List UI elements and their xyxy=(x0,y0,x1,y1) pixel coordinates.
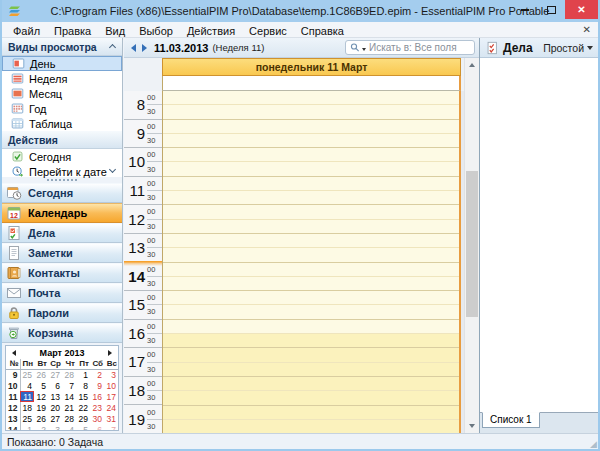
tasks-list-area[interactable] xyxy=(480,58,598,413)
mini-calendar-day[interactable]: 21 xyxy=(62,402,76,413)
mini-calendar-day[interactable]: 8 xyxy=(76,380,90,391)
time-slot[interactable] xyxy=(163,120,459,134)
time-slot[interactable] xyxy=(163,162,459,176)
mini-calendar-day[interactable]: 27 xyxy=(48,369,62,380)
close-button[interactable]: ✕ xyxy=(565,0,598,19)
menu-item-3[interactable]: Выбор xyxy=(132,25,180,37)
mini-calendar-day[interactable]: 16 xyxy=(90,391,104,402)
mini-calendar-day[interactable]: 25 xyxy=(20,413,34,424)
next-month-icon[interactable] xyxy=(108,350,112,356)
view-item-week[interactable]: Неделя xyxy=(2,71,122,86)
nav-item-today[interactable]: Сегодня xyxy=(2,183,122,203)
mini-calendar-day[interactable]: 6 xyxy=(90,424,104,431)
scrollbar-up-button[interactable] xyxy=(465,58,479,72)
menu-item-5[interactable]: Сервис xyxy=(242,25,294,37)
search-options-icon[interactable] xyxy=(362,48,366,51)
mini-calendar-day[interactable]: 31 xyxy=(104,413,118,424)
time-slot[interactable] xyxy=(163,177,459,191)
time-slot[interactable] xyxy=(163,205,459,219)
menu-close-icon[interactable]: ✕ xyxy=(583,24,591,35)
actions-panel-header[interactable]: Действия xyxy=(2,131,122,149)
time-slot[interactable] xyxy=(163,291,459,305)
time-slot[interactable] xyxy=(163,105,459,119)
mini-calendar-day[interactable]: 7 xyxy=(62,380,76,391)
action-item-goto-date[interactable]: Перейти к дате xyxy=(2,164,122,179)
menu-item-2[interactable]: Вид xyxy=(98,25,132,37)
view-item-month[interactable]: Месяц xyxy=(2,86,122,101)
mini-calendar-day[interactable]: 20 xyxy=(48,402,62,413)
mini-calendar-day[interactable]: 17 xyxy=(104,391,118,402)
mini-calendar-day[interactable]: 10 xyxy=(104,380,118,391)
mini-calendar-day[interactable]: 6 xyxy=(48,380,62,391)
mini-calendar-day[interactable]: 5 xyxy=(76,424,90,431)
action-item-today[interactable]: Сегодня xyxy=(2,149,122,164)
tab-list-1[interactable]: Список 1 xyxy=(482,412,540,428)
time-slot[interactable] xyxy=(163,263,459,277)
mini-calendar-day[interactable]: 18 xyxy=(20,402,34,413)
time-slot[interactable] xyxy=(163,406,459,420)
time-slot[interactable] xyxy=(163,248,459,262)
time-slot[interactable] xyxy=(163,134,459,148)
scroll-up-icon[interactable] xyxy=(109,44,116,51)
scrollbar-track[interactable] xyxy=(465,72,479,419)
time-slot[interactable] xyxy=(163,220,459,234)
nav-item-notes[interactable]: Заметки xyxy=(2,243,122,263)
mini-calendar-day[interactable]: 23 xyxy=(90,402,104,413)
mini-calendar-day[interactable]: 25 xyxy=(20,369,34,380)
nav-item-tasks[interactable]: Дела xyxy=(2,223,122,243)
mini-calendar-day[interactable]: 2 xyxy=(34,424,48,431)
time-slot[interactable] xyxy=(163,191,459,205)
nav-item-trash[interactable]: Корзина xyxy=(2,323,122,343)
time-slot[interactable] xyxy=(163,91,459,105)
mini-calendar-day[interactable]: 26 xyxy=(34,369,48,380)
menu-item-4[interactable]: Действия xyxy=(180,25,242,37)
time-slot[interactable] xyxy=(163,391,459,405)
mini-calendar-day[interactable]: 26 xyxy=(34,413,48,424)
prev-day-icon[interactable] xyxy=(131,44,136,52)
time-slot[interactable] xyxy=(163,420,459,433)
mini-calendar-day[interactable]: 15 xyxy=(76,391,90,402)
time-slot[interactable] xyxy=(163,305,459,319)
mini-calendar-day[interactable]: 2 xyxy=(90,369,104,380)
search-input[interactable] xyxy=(369,42,471,53)
menu-item-0[interactable]: Файл xyxy=(6,25,47,37)
mini-calendar-day[interactable]: 30 xyxy=(90,413,104,424)
time-slot[interactable] xyxy=(163,277,459,291)
view-item-day[interactable]: День xyxy=(2,56,122,71)
minimize-button[interactable] xyxy=(511,0,538,19)
time-slot[interactable] xyxy=(163,234,459,248)
calendar-scrollbar[interactable] xyxy=(464,58,479,433)
mini-calendar-day[interactable]: 4 xyxy=(20,380,34,391)
mini-calendar-day[interactable]: 1 xyxy=(76,369,90,380)
mini-calendar-day[interactable]: 3 xyxy=(104,369,118,380)
tasks-view-mode-dropdown[interactable]: Простой xyxy=(543,42,593,54)
prev-month-icon[interactable] xyxy=(12,350,16,356)
nav-item-calendar[interactable]: 12Календарь xyxy=(2,203,122,223)
mini-calendar-day[interactable]: 11 xyxy=(20,391,34,402)
views-panel-header[interactable]: Виды просмотра xyxy=(2,38,122,56)
mini-calendar-day[interactable]: 9 xyxy=(90,380,104,391)
mini-calendar-day[interactable]: 12 xyxy=(34,391,48,402)
mini-calendar-day[interactable]: 28 xyxy=(62,413,76,424)
mini-calendar-day[interactable]: 4 xyxy=(62,424,76,431)
resize-grip[interactable]: ◢ xyxy=(590,439,597,449)
mini-calendar-day[interactable]: 24 xyxy=(104,402,118,413)
mini-calendar-day[interactable]: 22 xyxy=(76,402,90,413)
view-item-year[interactable]: Год xyxy=(2,101,122,116)
time-slot[interactable] xyxy=(163,320,459,334)
scrollbar-thumb[interactable] xyxy=(466,171,478,317)
nav-item-contacts[interactable]: Контакты xyxy=(2,263,122,283)
mini-calendar-day[interactable]: 27 xyxy=(48,413,62,424)
time-slot[interactable] xyxy=(163,363,459,377)
next-day-icon[interactable] xyxy=(142,44,147,52)
mini-calendar-day[interactable]: 5 xyxy=(34,380,48,391)
nav-item-passwords[interactable]: Пароли xyxy=(2,303,122,323)
time-slot[interactable] xyxy=(163,377,459,391)
scrollbar-down-button[interactable] xyxy=(465,419,479,433)
mini-calendar-day[interactable]: 14 xyxy=(62,391,76,402)
nav-item-mail[interactable]: Почта xyxy=(2,283,122,303)
time-slot[interactable] xyxy=(163,148,459,162)
time-slot[interactable] xyxy=(163,348,459,362)
mini-calendar-day[interactable]: 29 xyxy=(76,413,90,424)
mini-calendar-day[interactable]: 7 xyxy=(104,424,118,431)
